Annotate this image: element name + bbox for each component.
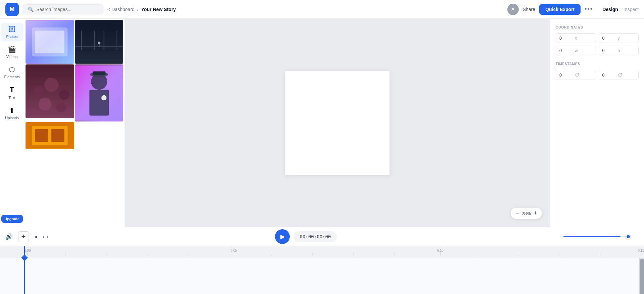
header-right: A Share Quick Export ••• Design Inspect xyxy=(507,4,639,15)
w-input[interactable] xyxy=(559,48,573,53)
ts-start-field: ⏱ xyxy=(556,70,596,80)
volume-slider-area xyxy=(563,236,631,237)
h-input[interactable] xyxy=(602,48,616,53)
coordinates-grid: x y w h xyxy=(556,33,639,55)
pointer-button[interactable]: ◂ xyxy=(34,233,37,240)
ruler-mark-15: 0:15 xyxy=(638,249,644,256)
videos-icon: 🎬 xyxy=(8,45,16,53)
zoom-out-button[interactable]: − xyxy=(515,210,519,217)
text-icon: T xyxy=(10,86,14,94)
svg-rect-20 xyxy=(89,90,109,115)
volume-thumb[interactable] xyxy=(626,234,631,239)
main-layout: 🖼 Photos 🎬 Videos ⬡ Elements T Text ⬆ Up… xyxy=(0,19,644,227)
sidebar-label-elements: Elements xyxy=(4,75,20,79)
quick-export-button[interactable]: Quick Export xyxy=(539,4,581,15)
timeline-playhead xyxy=(24,246,25,294)
ruler-tick-m9 xyxy=(478,254,478,256)
zoom-controls: − 28% + xyxy=(511,208,542,219)
search-input[interactable] xyxy=(36,7,98,12)
logo-button[interactable]: M xyxy=(5,3,19,16)
upgrade-button[interactable]: Upgrade xyxy=(1,215,23,223)
svg-rect-2 xyxy=(35,31,64,53)
ruler-track: 0:00 0:05 0:10 0:15 xyxy=(24,246,644,256)
sidebar-label-videos: Videos xyxy=(6,55,17,59)
ruler-tick-m5 xyxy=(272,254,272,256)
media-thumb-3[interactable] xyxy=(26,64,74,118)
svg-point-14 xyxy=(44,78,58,92)
svg-point-13 xyxy=(33,86,44,97)
play-section: ▶ 00:00:00:00 xyxy=(54,229,558,244)
media-thumb-2[interactable] xyxy=(75,20,124,64)
w-label: w xyxy=(575,48,578,53)
sidebar-item-uploads[interactable]: ⬆ Uploads xyxy=(1,104,23,122)
sidebar-item-photos[interactable]: 🖼 Photos xyxy=(1,23,23,41)
coordinates-title: COORDINATES xyxy=(556,26,639,29)
y-label: y xyxy=(618,36,620,41)
sidebar-item-videos[interactable]: 🎬 Videos xyxy=(1,43,23,61)
sidebar-label-uploads: Uploads xyxy=(5,116,18,120)
sidebar-label-photos: Photos xyxy=(6,35,17,39)
ruler-tick-m3 xyxy=(147,254,147,256)
ruler-tick-m4 xyxy=(188,254,188,256)
y-input[interactable] xyxy=(602,36,616,41)
ruler-tick-m2 xyxy=(106,254,106,256)
tab-design[interactable]: Design xyxy=(602,7,618,12)
volume-track[interactable] xyxy=(563,236,631,237)
ruler-mark-0: 0:00 xyxy=(24,249,31,256)
sidebar-item-text[interactable]: T Text xyxy=(1,83,23,102)
ts-end-input[interactable] xyxy=(602,72,616,78)
search-bar: 🔍 xyxy=(23,4,103,14)
frame-button[interactable]: ▭ xyxy=(43,233,48,240)
x-label: x xyxy=(575,36,577,41)
more-options-button[interactable]: ••• xyxy=(585,6,593,13)
canvas-area: − 28% + xyxy=(125,19,550,227)
ruler-tick-m7 xyxy=(353,254,354,256)
ruler-tick-m11 xyxy=(560,254,560,256)
w-field: w xyxy=(556,46,596,55)
svg-rect-26 xyxy=(35,129,48,142)
sidebar-item-elements[interactable]: ⬡ Elements xyxy=(1,63,23,82)
left-sidebar: 🖼 Photos 🎬 Videos ⬡ Elements T Text ⬆ Up… xyxy=(0,19,24,227)
timeline-tracks[interactable] xyxy=(0,258,644,294)
ruler-mark-10: 0:10 xyxy=(437,249,443,256)
timecode-display: 00:00:00:00 xyxy=(294,231,337,242)
ruler-tick-m12 xyxy=(601,254,601,256)
x-input[interactable] xyxy=(559,36,573,41)
design-inspect-tabs: Design Inspect xyxy=(602,7,639,12)
search-icon: 🔍 xyxy=(28,7,34,12)
y-field: y xyxy=(599,33,639,43)
avatar: A xyxy=(507,4,519,15)
ts-end-icon: ⏱ xyxy=(618,72,623,78)
media-thumb-4[interactable] xyxy=(75,64,124,121)
svg-rect-23 xyxy=(92,71,105,75)
zoom-value: 28% xyxy=(521,211,531,216)
canvas-stage[interactable] xyxy=(285,71,389,175)
svg-rect-27 xyxy=(51,129,64,142)
share-button[interactable]: Share xyxy=(523,7,535,12)
ts-end-field: ⏱ xyxy=(599,70,639,80)
x-field: x xyxy=(556,33,596,43)
timestamps-grid: ⏱ ⏱ xyxy=(556,70,639,80)
breadcrumb-back[interactable]: < Dashboard xyxy=(107,7,135,12)
ruler-tick-m10 xyxy=(519,254,519,256)
add-button[interactable]: + xyxy=(18,231,29,242)
tab-inspect[interactable]: Inspect xyxy=(624,7,639,12)
media-panel xyxy=(24,19,125,227)
breadcrumb-separator: / xyxy=(137,7,139,12)
media-thumb-5[interactable] xyxy=(26,122,74,149)
sound-button[interactable]: 🔊 xyxy=(5,233,13,240)
bottom-toolbar: 🔊 + ◂ ▭ ▶ 00:00:00:00 xyxy=(0,227,644,246)
timeline-area: 0:00 0:05 0:10 0:15 xyxy=(0,246,644,294)
photos-icon: 🖼 xyxy=(9,26,15,33)
svg-point-21 xyxy=(101,95,106,100)
play-button[interactable]: ▶ xyxy=(275,229,290,244)
scrollbar-thumb[interactable] xyxy=(640,259,644,294)
breadcrumb: < Dashboard / Your New Story xyxy=(107,7,503,12)
ts-start-input[interactable] xyxy=(559,72,573,78)
svg-point-15 xyxy=(59,89,70,100)
media-thumb-1[interactable] xyxy=(26,20,74,64)
breadcrumb-current: Your New Story xyxy=(141,7,176,12)
timeline-ruler: 0:00 0:05 0:10 0:15 xyxy=(0,246,644,258)
sidebar-label-text: Text xyxy=(8,96,15,100)
zoom-in-button[interactable]: + xyxy=(534,210,537,217)
